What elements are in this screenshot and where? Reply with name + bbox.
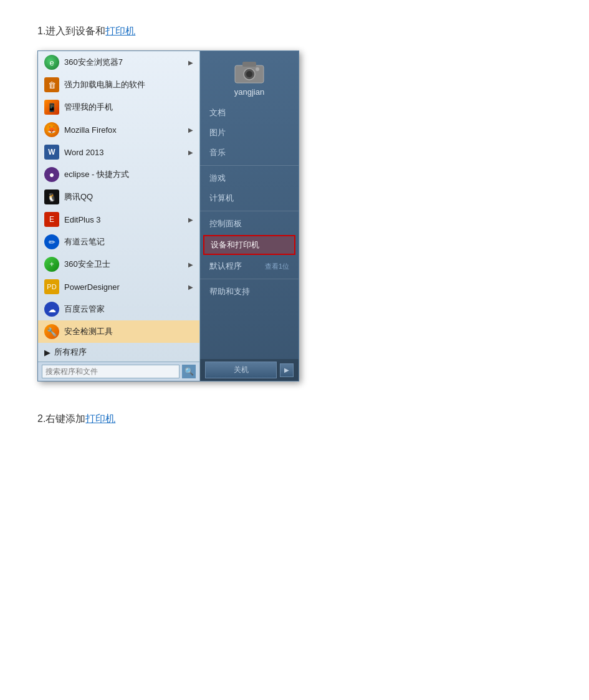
step1-prefix: 1.进入到设备和 <box>37 26 105 36</box>
label-games: 游戏 <box>209 173 226 184</box>
icon-powerdesigner: PD <box>44 279 59 294</box>
icon-editplus: E <box>44 212 59 227</box>
svg-rect-1 <box>242 62 256 67</box>
label-eclipse: eclipse - 快捷方式 <box>64 169 193 180</box>
arrow-firefox: ▶ <box>188 127 193 133</box>
label-youdao: 有道云笔记 <box>64 236 193 247</box>
label-phone: 管理我的手机 <box>64 102 193 113</box>
right-item-defaults[interactable]: 默认程序 查看1位 <box>200 256 299 276</box>
label-music: 音乐 <box>209 147 226 158</box>
icon-firefox: 🦊 <box>44 122 59 137</box>
username-label: yangjian <box>234 87 264 97</box>
menu-item-firefox[interactable]: 🦊 Mozilla Firefox ▶ <box>38 118 199 141</box>
label-qq: 腾讯QQ <box>64 191 193 203</box>
arrow-360browser: ▶ <box>188 59 193 66</box>
label-word: Word 2013 <box>64 148 183 157</box>
step2-prefix: 2.右键添加 <box>37 413 85 424</box>
right-item-controlpanel[interactable]: 控制面板 <box>200 214 299 234</box>
menu-item-security[interactable]: 🔧 安全检测工具 <box>38 320 199 343</box>
menu-item-powerdesigner[interactable]: PD PowerDesigner ▶ <box>38 276 199 298</box>
label-devices: 设备和打印机 <box>211 239 259 251</box>
shutdown-label: 关机 <box>234 365 249 374</box>
label-powerdesigner: PowerDesigner <box>64 282 183 292</box>
menu-item-360browser[interactable]: e 360安全浏览器7 ▶ <box>38 51 199 74</box>
search-button[interactable]: 🔍 <box>182 365 196 378</box>
label-360browser: 360安全浏览器7 <box>64 57 183 68</box>
arrow-editplus: ▶ <box>188 216 193 223</box>
right-item-help[interactable]: 帮助和支持 <box>200 282 299 302</box>
right-item-computer[interactable]: 计算机 <box>200 188 299 208</box>
all-programs[interactable]: ▶ 所有程序 <box>38 343 199 362</box>
label-firefox: Mozilla Firefox <box>64 125 183 135</box>
label-help: 帮助和支持 <box>209 286 250 297</box>
label-defaults: 默认程序 <box>209 261 242 272</box>
right-item-games[interactable]: 游戏 <box>200 168 299 188</box>
right-item-docs[interactable]: 文档 <box>200 103 299 123</box>
menu-item-word[interactable]: W Word 2013 ▶ <box>38 141 199 163</box>
menu-item-phone[interactable]: 📱 管理我的手机 <box>38 96 199 118</box>
shutdown-arrow-button[interactable]: ▶ <box>280 363 294 377</box>
menu-item-360safe[interactable]: + 360安全卫士 ▶ <box>38 253 199 276</box>
svg-point-3 <box>246 71 252 77</box>
label-computer: 计算机 <box>209 193 234 204</box>
label-security: 安全检测工具 <box>64 326 193 337</box>
label-360safe: 360安全卫士 <box>64 259 183 270</box>
step1-title: 1.进入到设备和打印机 <box>37 25 552 38</box>
step1-link: 打印机 <box>105 26 135 36</box>
label-docs: 文档 <box>209 107 226 118</box>
menu-item-youdao[interactable]: ✏ 有道云笔记 <box>38 231 199 253</box>
icon-baidu: ☁ <box>44 302 59 317</box>
menu-item-eclipse[interactable]: ● eclipse - 快捷方式 <box>38 163 199 186</box>
arrow-360safe: ▶ <box>188 261 193 268</box>
label-editplus: EditPlus 3 <box>64 215 183 224</box>
label-baidu: 百度云管家 <box>64 304 193 315</box>
menu-item-qq[interactable]: 🐧 腾讯QQ <box>38 186 199 208</box>
icon-qq: 🐧 <box>44 189 59 204</box>
icon-uninstall: 🗑 <box>44 77 59 92</box>
menu-item-editplus[interactable]: E EditPlus 3 ▶ <box>38 208 199 231</box>
camera-icon <box>234 60 265 84</box>
arrow-powerdesigner: ▶ <box>188 284 193 290</box>
icon-word: W <box>44 145 59 160</box>
svg-point-4 <box>256 67 259 71</box>
start-menu: e 360安全浏览器7 ▶ 🗑 强力卸载电脑上的软件 📱 管理我的手机 🦊 Mo… <box>37 50 299 381</box>
bottom-bar: 关机 ▶ <box>200 359 299 381</box>
step2-title: 2.右键添加打印机 <box>37 413 552 426</box>
label-defaults-extra: 查看1位 <box>265 262 289 271</box>
user-section: yangjian <box>200 51 299 103</box>
right-item-music[interactable]: 音乐 <box>200 143 299 163</box>
all-programs-arrow: ▶ <box>44 348 50 357</box>
icon-360safe: + <box>44 257 59 272</box>
menu-item-baidu[interactable]: ☁ 百度云管家 <box>38 298 199 320</box>
step2-link: 打印机 <box>85 413 115 424</box>
icon-security: 🔧 <box>44 324 59 339</box>
right-panel: yangjian 文档 图片 音乐 游戏 计算机 控制面板 设备和打印机 默认程… <box>200 51 299 381</box>
label-controlpanel: 控制面板 <box>209 218 242 229</box>
left-panel: e 360安全浏览器7 ▶ 🗑 强力卸载电脑上的软件 📱 管理我的手机 🦊 Mo… <box>38 51 200 381</box>
all-programs-label: 所有程序 <box>54 347 87 358</box>
search-input[interactable] <box>42 365 180 378</box>
divider1 <box>200 165 299 166</box>
divider2 <box>200 211 299 211</box>
shutdown-button[interactable]: 关机 <box>205 362 277 378</box>
label-uninstall: 强力卸载电脑上的软件 <box>64 79 193 90</box>
right-item-pics[interactable]: 图片 <box>200 123 299 143</box>
arrow-word: ▶ <box>188 149 193 156</box>
icon-360browser: e <box>44 55 59 70</box>
right-item-devices[interactable]: 设备和打印机 <box>203 235 295 255</box>
divider3 <box>200 279 299 279</box>
icon-phone: 📱 <box>44 100 59 115</box>
search-bar: 🔍 <box>38 362 199 381</box>
menu-item-uninstall[interactable]: 🗑 强力卸载电脑上的软件 <box>38 74 199 96</box>
label-pics: 图片 <box>209 127 226 138</box>
icon-eclipse: ● <box>44 167 59 182</box>
icon-youdao: ✏ <box>44 234 59 249</box>
